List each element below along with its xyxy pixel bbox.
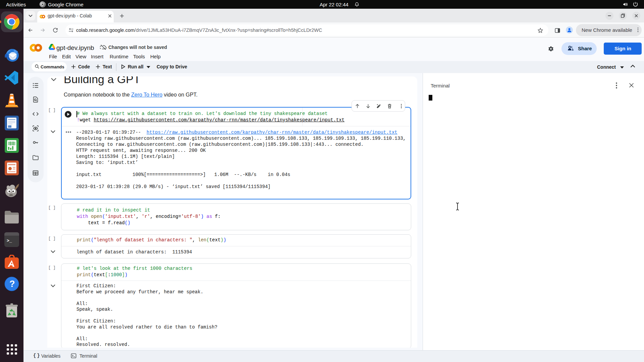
svg-text:>_: >_ bbox=[7, 238, 12, 243]
svg-text:?: ? bbox=[9, 279, 15, 289]
